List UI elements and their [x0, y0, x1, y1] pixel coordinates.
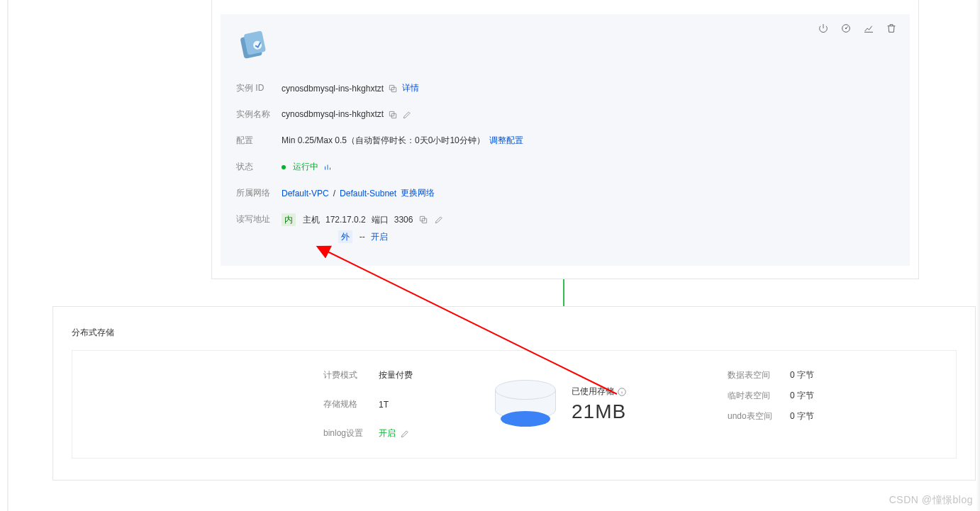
instance-detail-link[interactable]: 详情 — [402, 82, 419, 94]
instance-id-value: cynosdbmysql-ins-hkghxtzt — [282, 84, 384, 94]
storage-usage-col: 已使用存储 21MB — [572, 369, 699, 439]
space-row-value: 0 字节 — [790, 369, 814, 381]
instance-id-row: 实例 ID cynosdbmysql-ins-hkghxtzt 详情 — [236, 75, 894, 101]
status-dot-icon — [282, 165, 286, 169]
host-label: 主机 — [303, 214, 320, 226]
power-icon[interactable] — [818, 23, 829, 36]
edit-icon[interactable] — [434, 215, 444, 225]
storage-inner: 计费模式 按量付费 存储规格 1T binlog设置 开启 — [72, 350, 957, 459]
network-subnet-link[interactable]: Default-Subnet — [340, 189, 396, 198]
instance-status-row: 状态 运行中 — [236, 154, 894, 180]
status-label: 状态 — [236, 161, 282, 173]
binlog-label: binlog设置 — [323, 427, 379, 439]
storage-spec-label: 存储规格 — [323, 398, 379, 410]
used-storage-value: 21MB — [572, 400, 699, 423]
billing-mode-label: 计费模式 — [323, 369, 379, 381]
instance-card-header — [212, 0, 918, 10]
external-enable-link[interactable]: 开启 — [371, 231, 388, 243]
billing-mode-value: 按量付费 — [379, 369, 413, 381]
connector-line — [563, 279, 564, 308]
svg-point-1 — [845, 28, 846, 28]
copy-icon[interactable] — [388, 109, 398, 120]
binlog-value: 开启 — [379, 427, 410, 439]
storage-disk-col — [479, 369, 572, 439]
space-row-value: 0 字节 — [790, 390, 814, 402]
space-row-value: 0 字节 — [790, 410, 814, 422]
space-row-label: 数据表空间 — [728, 369, 790, 381]
instance-address-row: 读写地址 内 主机 172.17.0.2 端口 3306 外 -- 开启 — [236, 206, 894, 250]
network-vpc-link[interactable]: Default-VPC — [282, 189, 329, 198]
adjust-config-link[interactable]: 调整配置 — [489, 135, 523, 147]
instance-network-row: 所属网络 Default-VPC / Default-Subnet 更换网络 — [236, 180, 894, 206]
copy-icon[interactable] — [388, 83, 398, 94]
internal-address: 内 主机 172.17.0.2 端口 3306 — [282, 213, 444, 226]
instance-config-row: 配置 Min 0.25/Max 0.5（自动暂停时长：0天0小时10分钟） 调整… — [236, 128, 894, 154]
port-label: 端口 — [372, 214, 389, 226]
network-sep: / — [333, 189, 335, 198]
info-icon[interactable] — [617, 386, 627, 397]
space-row-2: undo表空间 0 字节 — [728, 410, 814, 422]
network-label: 所属网络 — [236, 187, 282, 199]
trash-icon[interactable] — [886, 23, 897, 36]
database-icon — [236, 28, 270, 62]
port-value: 3306 — [394, 215, 413, 225]
binlog-row: binlog设置 开启 — [323, 427, 479, 439]
edit-icon[interactable] — [400, 428, 410, 439]
storage-space-col: 数据表空间 0 字节 临时表空间 0 字节 undo表空间 0 字节 — [728, 369, 814, 439]
copy-icon[interactable] — [418, 215, 428, 225]
host-value: 172.17.0.2 — [325, 215, 366, 225]
target-icon[interactable] — [840, 23, 852, 36]
instance-action-bar — [818, 23, 897, 36]
instance-name-row: 实例名称 cynosdbmysql-ins-hkghxtzt — [236, 101, 894, 128]
storage-billing-col: 计费模式 按量付费 存储规格 1T binlog设置 开启 — [323, 369, 479, 439]
monitor-bars-icon[interactable] — [323, 162, 333, 172]
internal-badge: 内 — [282, 213, 296, 226]
used-storage-label: 已使用存储 — [572, 386, 614, 398]
disk-usage-icon — [495, 380, 556, 429]
space-row-label: 临时表空间 — [728, 390, 790, 402]
instance-id-label: 实例 ID — [236, 82, 282, 94]
storage-card: 分布式存储 计费模式 按量付费 存储规格 1T binlog设置 开启 — [52, 306, 976, 481]
status-value: 运行中 — [293, 161, 318, 173]
external-badge: 外 — [338, 230, 352, 243]
address-label: 读写地址 — [236, 213, 282, 225]
edit-icon[interactable] — [402, 109, 412, 120]
instance-card: 实例 ID cynosdbmysql-ins-hkghxtzt 详情 实例名称 … — [211, 0, 919, 279]
space-row-label: undo表空间 — [728, 410, 790, 422]
external-placeholder: -- — [360, 232, 365, 242]
space-row-0: 数据表空间 0 字节 — [728, 369, 814, 381]
watermark: CSDN @憧憬blog — [889, 494, 973, 507]
billing-mode-row: 计费模式 按量付费 — [323, 369, 479, 381]
instance-detail-block: 实例 ID cynosdbmysql-ins-hkghxtzt 详情 实例名称 … — [221, 14, 910, 266]
storage-spec-row: 存储规格 1T — [323, 398, 479, 410]
space-row-1: 临时表空间 0 字节 — [728, 390, 814, 402]
external-address: 外 -- 开启 — [338, 230, 388, 243]
instance-name-value: cynosdbmysql-ins-hkghxtzt — [282, 109, 384, 119]
config-label: 配置 — [236, 135, 282, 147]
chart-line-icon[interactable] — [863, 23, 874, 36]
config-value: Min 0.25/Max 0.5（自动暂停时长：0天0小时10分钟） — [282, 135, 485, 147]
instance-name-label: 实例名称 — [236, 108, 282, 120]
storage-title: 分布式存储 — [72, 327, 957, 339]
storage-spec-value: 1T — [379, 398, 389, 410]
network-change-link[interactable]: 更换网络 — [401, 187, 435, 199]
